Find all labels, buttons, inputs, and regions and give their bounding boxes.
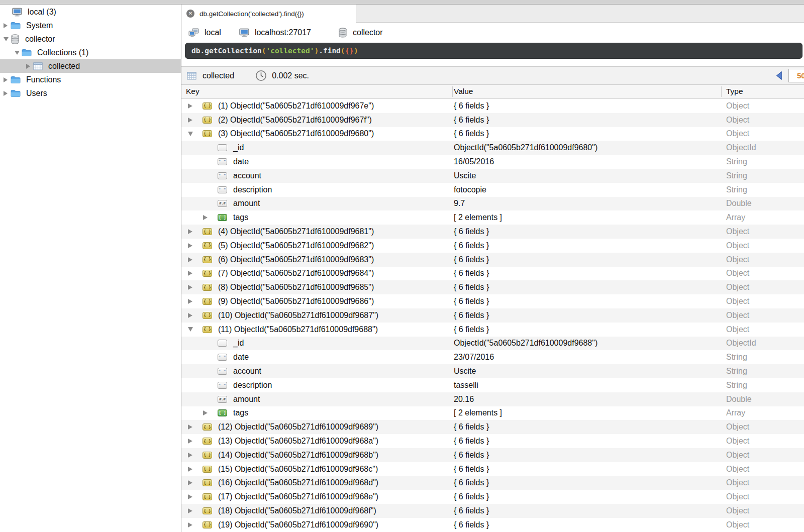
expander-icon[interactable] <box>4 23 11 28</box>
expander-icon[interactable] <box>4 77 11 82</box>
document-row[interactable]: { }(1) ObjectId("5a0605b271df610009df967… <box>181 99 804 113</box>
close-icon[interactable] <box>186 10 194 18</box>
document-row[interactable]: { }(2) ObjectId("5a0605b271df610009df967… <box>181 113 804 127</box>
field-row[interactable]: " "date16/05/2016String <box>181 155 804 169</box>
row-type: Object <box>726 283 749 292</box>
field-row[interactable]: #.#amount9.7Double <box>181 197 804 211</box>
row-value: ObjectId("5a0605b271df610009df9680") <box>454 143 597 152</box>
document-row[interactable]: { }(5) ObjectId("5a0605b271df610009df968… <box>181 239 804 253</box>
previous-page-button[interactable] <box>775 71 783 80</box>
toolbar-gap <box>181 60 804 66</box>
expander-icon[interactable] <box>188 494 195 499</box>
document-row[interactable]: { }(7) ObjectId("5a0605b271df610009df968… <box>181 267 804 281</box>
document-row[interactable]: { }(3) ObjectId("5a0605b271df610009df968… <box>181 127 804 141</box>
sidebar-item-collector[interactable]: collector <box>0 32 181 46</box>
field-row[interactable]: [ ]tags[ 2 elements ]Array <box>181 210 804 225</box>
object-icon: { } <box>203 256 212 263</box>
header-key: Key <box>186 87 199 96</box>
field-row[interactable]: #.#amount20.16Double <box>181 392 804 406</box>
field-row[interactable]: " "accountUsciteString <box>181 169 804 183</box>
row-key: amount <box>233 199 260 208</box>
sidebar-item-users[interactable]: Users <box>0 86 181 100</box>
row-key: amount <box>233 395 260 404</box>
row-value: { 6 fields } <box>454 241 489 250</box>
field-row[interactable]: _idObjectId("5a0605b271df610009df9680")O… <box>181 141 804 155</box>
row-value: { 6 fields } <box>454 492 489 501</box>
row-type: String <box>726 367 747 376</box>
expander-icon[interactable] <box>188 327 195 332</box>
document-row[interactable]: { }(18) ObjectId("5a0605b271df610009df96… <box>181 504 804 518</box>
expander-icon[interactable] <box>188 424 195 430</box>
expander-icon[interactable] <box>188 103 195 109</box>
row-key: (18) ObjectId("5a0605b271df610009df968f"… <box>218 506 376 515</box>
document-row[interactable]: { }(16) ObjectId("5a0605b271df610009df96… <box>181 476 804 490</box>
expander-icon[interactable] <box>188 508 195 513</box>
document-row[interactable]: { }(13) ObjectId("5a0605b271df610009df96… <box>181 434 804 448</box>
sidebar-item-system[interactable]: System <box>0 19 181 32</box>
object-icon: { } <box>203 130 212 137</box>
object-icon: { } <box>203 479 212 486</box>
expander-icon[interactable] <box>203 410 210 415</box>
field-row[interactable]: " "descriptiontasselliString <box>181 378 804 392</box>
expander-icon[interactable] <box>203 215 210 220</box>
document-row[interactable]: { }(10) ObjectId("5a0605b271df610009df96… <box>181 308 804 323</box>
document-row[interactable]: { }(9) ObjectId("5a0605b271df610009df968… <box>181 294 804 308</box>
expander-icon[interactable] <box>188 257 195 262</box>
expander-icon[interactable] <box>188 285 195 290</box>
query-editor[interactable]: db.getCollection('collected').find({}) <box>185 43 802 59</box>
row-key: (8) ObjectId("5a0605b271df610009df9685") <box>218 283 374 292</box>
field-row[interactable]: " "descriptionfotocopieString <box>181 183 804 197</box>
row-key: (1) ObjectId("5a0605b271df610009df967e") <box>218 101 374 111</box>
field-row[interactable]: _idObjectId("5a0605b271df610009df9688")O… <box>181 337 804 351</box>
string-icon: " " <box>218 172 227 179</box>
expander-icon[interactable] <box>188 439 195 444</box>
tab-query-result[interactable]: db.getCollection('collected').find({}) <box>181 5 356 23</box>
row-value: { 6 fields } <box>454 269 489 278</box>
breadcrumb: locallocalhost:27017collector <box>181 23 804 42</box>
field-row[interactable]: [ ]tags[ 2 elements ]Array <box>181 406 804 420</box>
expander-icon[interactable] <box>4 37 11 41</box>
document-row[interactable]: { }(17) ObjectId("5a0605b271df610009df96… <box>181 490 804 504</box>
document-row[interactable]: { }(14) ObjectId("5a0605b271df610009df96… <box>181 448 804 462</box>
expander-icon[interactable] <box>188 480 195 485</box>
expander-icon[interactable] <box>188 132 195 136</box>
row-key: (5) ObjectId("5a0605b271df610009df9682") <box>218 241 374 250</box>
expander-icon[interactable] <box>4 91 11 96</box>
expander-icon[interactable] <box>26 64 33 69</box>
expander-icon[interactable] <box>188 229 195 234</box>
sidebar-item-collected[interactable]: collected <box>0 59 181 73</box>
expander-icon[interactable] <box>188 467 195 472</box>
page-size-value: 50 <box>797 71 804 80</box>
field-row[interactable]: " "date23/07/2016String <box>181 350 804 364</box>
document-row[interactable]: { }(6) ObjectId("5a0605b271df610009df968… <box>181 253 804 267</box>
expander-icon[interactable] <box>188 522 195 527</box>
sidebar-item-collections[interactable]: Collections (1) <box>0 46 181 59</box>
expander-icon[interactable] <box>188 243 195 248</box>
row-key: (4) ObjectId("5a0605b271df610009df9681") <box>218 227 374 236</box>
sidebar-item-label: Users <box>26 89 47 98</box>
document-row[interactable]: { }(15) ObjectId("5a0605b271df610009df96… <box>181 462 804 476</box>
page-size-input[interactable]: 50 <box>788 69 804 82</box>
document-row[interactable]: { }(4) ObjectId("5a0605b271df610009df968… <box>181 225 804 239</box>
document-row[interactable]: { }(19) ObjectId("5a0605b271df610009df96… <box>181 518 804 532</box>
document-row[interactable]: { }(8) ObjectId("5a0605b271df610009df968… <box>181 280 804 294</box>
row-key: (17) ObjectId("5a0605b271df610009df968e"… <box>218 492 378 501</box>
sidebar-item-functions[interactable]: Functions <box>0 73 181 86</box>
expander-icon[interactable] <box>188 313 195 318</box>
document-row[interactable]: { }(11) ObjectId("5a0605b271df610009df96… <box>181 323 804 337</box>
query-token: 'collected' <box>266 47 314 55</box>
row-value: 23/07/2016 <box>454 353 494 362</box>
field-row[interactable]: " "accountUsciteString <box>181 364 804 378</box>
object-icon: { } <box>203 438 212 445</box>
expander-icon[interactable] <box>188 271 195 276</box>
expander-icon[interactable] <box>15 51 22 55</box>
document-row[interactable]: { }(12) ObjectId("5a0605b271df610009df96… <box>181 420 804 434</box>
expander-icon[interactable] <box>188 299 195 304</box>
expander-icon[interactable] <box>188 453 195 458</box>
row-value: { 6 fields } <box>454 255 489 264</box>
row-type: Object <box>726 116 749 125</box>
tab-bar: db.getCollection('collected').find({}) <box>181 5 804 23</box>
expander-icon[interactable] <box>188 118 195 123</box>
row-value: { 6 fields } <box>454 297 489 306</box>
sidebar-item-local[interactable]: local (3) <box>0 5 181 19</box>
